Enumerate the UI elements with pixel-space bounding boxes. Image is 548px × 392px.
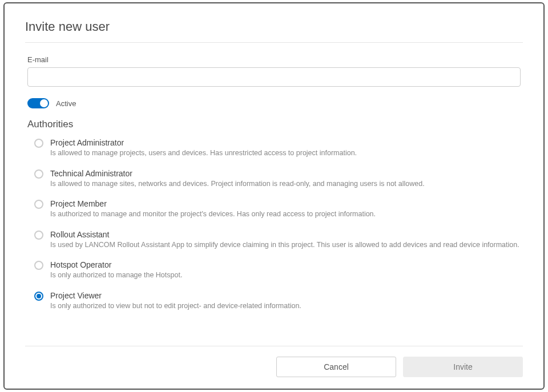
authority-option[interactable]: Technical AdministratorIs allowed to man… [34,169,521,189]
authority-title: Rollout Assistant [50,230,519,239]
modal-footer: Cancel Invite [25,346,523,377]
authority-option[interactable]: Hotspot OperatorIs only authorized to ma… [34,260,521,281]
authorities-list: Project AdministratorIs allowed to manag… [27,138,521,311]
authority-desc: Is allowed to manage sites, networks and… [50,179,425,189]
authority-title: Hotspot Operator [50,260,182,269]
authority-title: Project Administrator [50,138,357,147]
email-label: E-mail [27,55,521,64]
authority-title: Project Member [50,199,376,208]
radio-icon [34,169,43,179]
invite-button[interactable]: Invite [403,357,523,377]
active-toggle-row: Active [27,98,521,108]
modal-title: Invite new user [25,19,523,34]
authority-desc: Is allowed to manage projects, users and… [50,148,357,159]
authority-option[interactable]: Project ViewerIs only authorized to view… [34,291,521,312]
active-toggle-label: Active [56,99,76,108]
authority-desc: Is authorized to manage and monitor the … [50,209,376,220]
authority-desc: Is only authorized to view but not to ed… [50,301,301,312]
radio-dot-icon [37,294,41,298]
radio-icon [34,231,43,240]
authority-text: Project ViewerIs only authorized to view… [50,291,301,312]
radio-icon [34,261,43,270]
authority-text: Rollout AssistantIs used by LANCOM Rollo… [50,230,519,250]
authority-title: Technical Administrator [50,169,425,178]
radio-icon [34,292,43,301]
authority-option[interactable]: Project AdministratorIs allowed to manag… [34,138,521,159]
authority-text: Hotspot OperatorIs only authorized to ma… [50,260,182,281]
invite-user-modal: Invite new user E-mail Active Authoritie… [3,2,545,390]
radio-icon [34,139,43,148]
radio-icon [34,200,43,209]
authority-text: Project MemberIs authorized to manage an… [50,199,376,220]
authority-title: Project Viewer [50,291,301,300]
authority-text: Project AdministratorIs allowed to manag… [50,138,357,159]
authority-text: Technical AdministratorIs allowed to man… [50,169,425,189]
cancel-button[interactable]: Cancel [276,357,396,377]
authority-option[interactable]: Project MemberIs authorized to manage an… [34,199,521,220]
authority-desc: Is only authorized to manage the Hotspot… [50,270,182,281]
authority-option[interactable]: Rollout AssistantIs used by LANCOM Rollo… [34,230,521,250]
active-toggle[interactable] [27,98,49,108]
authority-desc: Is used by LANCOM Rollout Assistant App … [50,240,519,250]
modal-body: E-mail Active Authorities Project Admini… [25,43,523,336]
email-input[interactable] [27,67,521,87]
toggle-knob [40,99,48,107]
authorities-title: Authorities [27,119,521,130]
